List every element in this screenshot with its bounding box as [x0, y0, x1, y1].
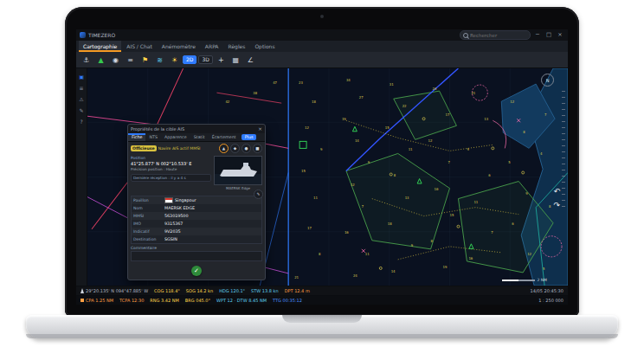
field-value: 9V2035: [164, 229, 260, 234]
grid-icon[interactable]: ▦: [229, 54, 242, 66]
field-label: Pavillon: [133, 198, 164, 202]
help-icon[interactable]: ?: [80, 119, 82, 125]
close-button[interactable]: ×: [556, 32, 564, 38]
menu-tab-anemometre[interactable]: Anémomètre: [158, 41, 200, 52]
comment-input[interactable]: [131, 251, 262, 261]
field-value: MAERSK EDGE: [164, 206, 260, 210]
minimize-button[interactable]: ─: [533, 32, 542, 38]
chart-scale-readout: 1 : 250 000: [538, 298, 564, 303]
edit-photo-button[interactable]: ✎: [254, 190, 263, 199]
dialog-status-row: Officieuse Navire AIS actif MMSI ▲ ◆ ● ■: [128, 142, 265, 155]
svg-text:14: 14: [355, 138, 359, 143]
svg-text:12: 12: [527, 252, 531, 256]
target-style-button-1[interactable]: ▲: [219, 144, 229, 153]
menu-tab-arpa[interactable]: ARPA: [201, 41, 223, 52]
svg-text:18: 18: [388, 222, 392, 226]
mode-3d-button[interactable]: 3D: [198, 55, 212, 64]
target-style-button-3[interactable]: ●: [242, 144, 251, 153]
tab-apparence[interactable]: Apparence: [161, 133, 190, 141]
field-row: Indicatif9V2035: [132, 228, 261, 235]
edit-icon[interactable]: ✎: [79, 108, 83, 113]
field-value: Singapour: [164, 197, 260, 203]
dialog-tabs: Fiche NTS Apparence Statit Écartement Pl…: [128, 133, 265, 142]
dialog-titlebar[interactable]: Propriétés de la cible AIS ×: [128, 125, 265, 133]
svg-text:15: 15: [385, 125, 390, 130]
flag-icon: [164, 197, 173, 203]
svg-text:14: 14: [391, 269, 396, 273]
svg-text:24: 24: [353, 273, 357, 278]
app-title: TIMEZERO: [88, 32, 115, 38]
search-icon: [463, 33, 468, 38]
ribbon-toolbar: ⚓ ▲ ◉ ≡ ⚑ ≋ ☀ 2D 3D + ▦ ∠: [76, 52, 568, 68]
menu-tab-ais-chat[interactable]: AIS / Chat: [122, 41, 157, 52]
undo-icon[interactable]: ↶: [553, 188, 560, 196]
last-report-note: Dernière réception : il y a 4 s: [131, 174, 211, 182]
search-box[interactable]: [460, 30, 531, 40]
ais-properties-dialog: Propriétés de la cible AIS × Fiche NTS A…: [127, 124, 266, 280]
svg-text:16: 16: [345, 230, 349, 235]
panels-icon[interactable]: ▣: [79, 74, 84, 80]
weather-icon[interactable]: ☀: [168, 54, 181, 66]
dialog-body: Position 41°25.877' N 002°10.533' E Préc…: [128, 155, 265, 192]
measure-icon[interactable]: ∠: [244, 54, 257, 66]
ownship-icon[interactable]: ▲: [94, 54, 107, 66]
compass-indicator[interactable]: N: [541, 74, 554, 87]
target-style-button-4[interactable]: ■: [253, 144, 262, 153]
marks-icon[interactable]: ⚑: [138, 54, 151, 66]
confirm-button[interactable]: ✓: [191, 266, 202, 276]
redo-icon[interactable]: ↷: [553, 202, 560, 209]
dialog-footer: ✓: [128, 263, 265, 280]
alarm-icon[interactable]: ⚠: [79, 97, 83, 102]
tab-nts[interactable]: NTS: [145, 133, 161, 141]
svg-text:31: 31: [390, 82, 394, 87]
hdg-readout: HDG 120.1°: [219, 288, 245, 293]
tab-statit[interactable]: Statit: [190, 133, 209, 141]
search-input[interactable]: [470, 33, 527, 38]
status-row-2: CPA 1.25 NM TCPA 12:30 RNG 3.42 NM BRG 0…: [76, 295, 568, 305]
center-icon[interactable]: ◉: [109, 54, 122, 66]
field-row: IMO9315367: [132, 220, 261, 228]
bearing-readout: BRG 045.0°: [185, 298, 210, 303]
layers-icon[interactable]: ≡: [124, 54, 137, 66]
range-readout: RNG 3.42 NM: [150, 298, 178, 303]
tides-icon[interactable]: ≋: [153, 54, 166, 66]
field-label: MMSI: [133, 214, 164, 218]
chart-view[interactable]: 2318129151117821342719149127161124312215…: [87, 68, 568, 286]
field-row: DestinationSGSIN: [132, 235, 261, 243]
anchor-icon[interactable]: ⚓: [80, 54, 93, 66]
list-icon[interactable]: ≡: [79, 86, 83, 91]
vessel-photo-caption: MAERSK Edge: [226, 186, 250, 190]
dialog-close-icon[interactable]: ×: [258, 126, 262, 132]
tab-plus[interactable]: Plus: [242, 134, 257, 140]
svg-text:11: 11: [313, 196, 318, 200]
tab-ecartement[interactable]: Écartement: [209, 133, 240, 141]
svg-text:42: 42: [225, 100, 229, 104]
laptop-bezel: TIMEZERO ─ □ × Cartographie AIS / Chat A…: [65, 7, 579, 316]
vessel-photo: [214, 156, 262, 185]
menu-tab-regles[interactable]: Règles: [223, 41, 249, 52]
navigation-app-window: TIMEZERO ─ □ × Cartographie AIS / Chat A…: [76, 29, 568, 305]
maximize-button[interactable]: □: [544, 32, 553, 38]
svg-text:21: 21: [294, 275, 299, 280]
stw-readout: STW 13.8 kn: [251, 288, 279, 293]
menu-tab-cartographie[interactable]: Cartographie: [79, 41, 121, 52]
mode-2d-button[interactable]: 2D: [183, 55, 196, 64]
position-accuracy: Précision position : Haute: [131, 167, 211, 171]
add-icon[interactable]: +: [215, 54, 228, 66]
menu-tab-options[interactable]: Options: [250, 41, 279, 52]
svg-text:18: 18: [312, 100, 316, 104]
dialog-title: Propriétés de la cible AIS: [131, 126, 258, 132]
scale-bar-line: [502, 280, 535, 281]
svg-text:15: 15: [449, 213, 454, 217]
field-row: MMSI563019500: [132, 212, 261, 220]
depth-readout: DPT 12.4 m: [285, 288, 310, 293]
laptop-base-edge: [26, 334, 618, 338]
svg-text:13: 13: [405, 196, 409, 200]
svg-text:17: 17: [446, 112, 450, 117]
svg-text:11: 11: [473, 200, 478, 204]
tab-fiche[interactable]: Fiche: [128, 133, 145, 141]
target-style-button-2[interactable]: ◆: [230, 144, 240, 153]
ttg-readout: TTG 00:35:12: [273, 298, 302, 303]
status-row-1: 29°20.135' N 094°47.885' W COG 118.4° SO…: [76, 286, 568, 295]
laptop-base-notch: [282, 315, 362, 323]
